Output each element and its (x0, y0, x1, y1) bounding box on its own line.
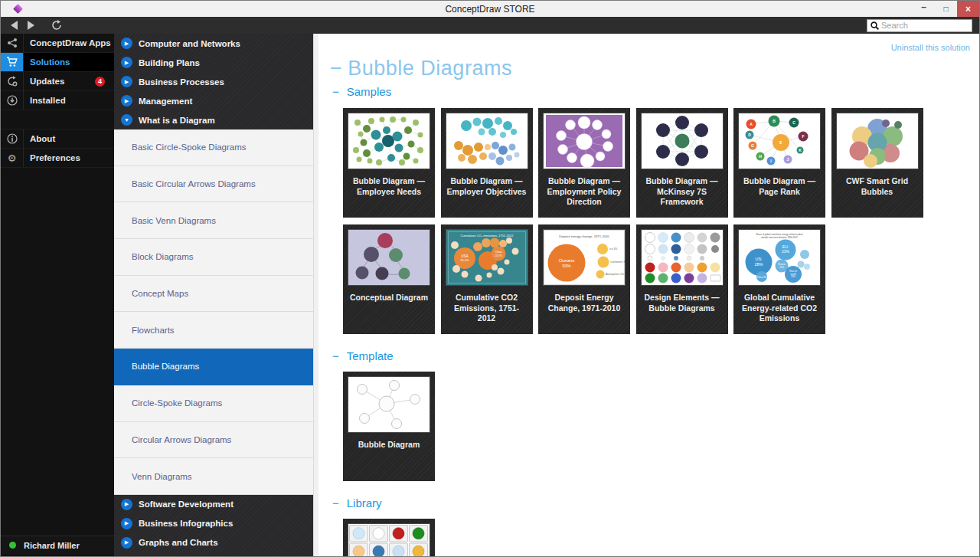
sample-card-conceptual-diagram[interactable]: Conceptual Diagram (343, 224, 435, 334)
collapse-dash-icon[interactable]: − (332, 496, 339, 509)
minimize-button[interactable]: – (913, 1, 935, 17)
category-business-processes[interactable]: ▶ Business Processes (114, 72, 313, 91)
svg-text:13.7%: 13.7% (495, 254, 502, 257)
subitem-venn-diagrams[interactable]: Venn Diagrams (114, 458, 313, 495)
sidebar-item-label: ConceptDraw Apps (24, 34, 114, 52)
sample-card-employer-objectives[interactable]: Bubble Diagram — Employer Objectives (441, 108, 533, 218)
chevron-right-icon: ▶ (121, 76, 132, 87)
sidebar-item-conceptdraw-apps[interactable]: ConceptDraw Apps (1, 34, 114, 53)
sidebar-item-label: Preferences (24, 149, 114, 167)
sample-label: Deposit Energy Change, 1971-2010 (544, 293, 625, 313)
chevron-right-icon: ▶ (121, 38, 132, 49)
sample-card-cwf-smart-grid[interactable]: CWF Smart Grid Bubbles (831, 108, 923, 218)
sidebar-item-label: Updates 4 (24, 72, 114, 90)
sidebar-spacer (1, 110, 114, 129)
thumbnail-image: Share of global cumulative energy-relate… (739, 230, 820, 285)
subitem-basic-venn-diagrams[interactable]: Basic Venn Diagrams (114, 202, 313, 239)
sidebar-item-label: Installed (24, 91, 114, 110)
subitem-flowcharts[interactable]: Flowcharts (114, 312, 313, 349)
sample-label: Bubble Diagram — Employment Policy Direc… (544, 176, 625, 208)
category-software-development[interactable]: ▶ Software Development (114, 495, 313, 514)
sample-label: Bubble Diagram — Employer Objectives (446, 176, 528, 197)
sample-card-mckinsey-7s[interactable]: Bubble Diagram — McKinsey 7S Framework (636, 108, 728, 218)
thumbnail-image (446, 113, 528, 169)
user-account-row[interactable]: Richard Miller (1, 536, 114, 554)
page-title: −Bubble Diagrams (330, 57, 979, 80)
category-business-infographics[interactable]: ▶ Business Infographics (114, 514, 313, 533)
sidebar-item-updates[interactable]: Updates 4 (1, 72, 114, 91)
sample-card-employment-policy-direction[interactable]: Bubble Diagram — Employment Policy Direc… (538, 108, 630, 218)
chevron-right-icon: ▶ (121, 537, 132, 549)
library-card-bubble-shapes[interactable] (343, 519, 435, 556)
template-card-bubble-diagram[interactable]: Bubble Diagram (343, 372, 435, 481)
updates-count-badge: 4 (95, 77, 105, 87)
svg-text:dioxide emissions between 1890: dioxide emissions between 1890-2007 (761, 236, 798, 239)
sidebar-item-installed[interactable]: Installed (1, 91, 114, 110)
thumbnail-image (642, 113, 723, 169)
sample-card-design-elements[interactable]: Design Elements — Bubble Diagrams (636, 224, 728, 334)
uninstall-solution-link[interactable]: Uninstall this solution (891, 43, 970, 52)
chevron-right-icon: ▶ (121, 499, 132, 510)
sidebar-item-about[interactable]: About (1, 129, 114, 149)
category-building-plans[interactable]: ▶ Building Plans (114, 53, 313, 72)
svg-text:Oceans: Oceans (559, 258, 575, 263)
thumbnail-image (642, 230, 723, 285)
sidebar-item-solutions[interactable]: Solutions (1, 53, 114, 72)
forward-button[interactable] (22, 17, 39, 34)
category-computer-and-networks[interactable]: ▶ Computer and Networks (114, 34, 313, 53)
template-label: Bubble Diagram (348, 440, 430, 451)
svg-text:K: K (799, 148, 802, 152)
category-management[interactable]: ▶ Management (114, 91, 313, 110)
user-name: Richard Miller (24, 541, 80, 550)
subitem-concept-maps[interactable]: Concept Maps (114, 276, 313, 313)
close-button[interactable]: × (957, 1, 979, 17)
back-button[interactable] (5, 17, 22, 34)
thumbnail-image (348, 113, 430, 169)
svg-text:28%: 28% (754, 262, 763, 267)
sample-label: Global Cumulative Energy-related CO2 Emi… (739, 293, 820, 324)
subitem-block-diagrams[interactable]: Block Diagrams (114, 239, 313, 276)
svg-text:18%: 18% (791, 275, 795, 278)
search-icon (871, 21, 879, 30)
sidebar-item-label: About (24, 129, 114, 148)
sample-label: Design Elements — Bubble Diagrams (642, 293, 723, 313)
updates-sync-icon (1, 72, 24, 90)
sample-card-page-rank[interactable]: A B C D E F G H I J K (733, 108, 825, 218)
thumbnail-image (544, 113, 625, 169)
maximize-button[interactable]: □ (935, 1, 957, 17)
shopping-cart-icon (1, 53, 24, 71)
thumbnail-image: A B C D E F G H I J K (739, 113, 820, 169)
collapse-dash-icon[interactable]: − (332, 349, 339, 362)
category-what-is-a-diagram[interactable]: ▼ What is a Diagram (114, 110, 313, 129)
samples-row-1: Bubble Diagram — Employee Needs (343, 108, 979, 218)
category-scrollbar[interactable] (313, 34, 318, 556)
sidebar-item-preferences[interactable]: ⚙ Preferences (1, 149, 114, 168)
category-graphs-and-charts[interactable]: ▶ Graphs and Charts (114, 533, 313, 552)
template-heading: −Template (332, 349, 979, 362)
online-status-icon (9, 542, 16, 549)
forward-icon (27, 21, 35, 30)
svg-text:Deposit energy change, 1971-20: Deposit energy change, 1971-2010 (559, 234, 609, 238)
collapse-dash-icon[interactable]: − (330, 57, 342, 80)
subitem-circle-spoke-diagrams[interactable]: Circle-Spoke Diagrams (114, 385, 313, 422)
svg-text:China: China (495, 251, 501, 254)
svg-text:China 9%: China 9% (756, 276, 766, 279)
svg-text:Atmosphere 1%: Atmosphere 1% (606, 273, 624, 276)
collapse-dash-icon[interactable]: − (332, 85, 339, 98)
subitem-bubble-diagrams[interactable]: Bubble Diagrams (114, 349, 313, 385)
sample-card-global-co2[interactable]: Share of global cumulative energy-relate… (733, 224, 825, 334)
app-window: ConceptDraw STORE – □ × (0, 0, 980, 557)
sample-card-cumulative-co2[interactable]: Cumulative CO₂ emissions, 1751-2012 USA (441, 224, 533, 334)
app-sidebar: ConceptDraw Apps Solutions Updates 4 (1, 34, 114, 556)
thumbnail-image (348, 377, 430, 432)
svg-text:A: A (750, 122, 753, 126)
subitem-basic-circle-spoke-diagrams[interactable]: Basic Circle-Spoke Diagrams (114, 129, 313, 166)
svg-text:11%: 11% (779, 266, 784, 269)
sample-card-employee-needs[interactable]: Bubble Diagram — Employee Needs (343, 108, 435, 218)
refresh-button[interactable] (48, 17, 65, 34)
search-input[interactable] (881, 21, 972, 30)
subitem-basic-circular-arrows-diagrams[interactable]: Basic Circular Arrows Diagrams (114, 166, 313, 203)
sample-card-deposit-energy[interactable]: Deposit energy change, 1971-2010 Oceans … (538, 224, 630, 334)
gear-icon: ⚙ (1, 149, 24, 167)
subitem-circular-arrows-diagrams[interactable]: Circular Arrows Diagrams (114, 422, 313, 459)
